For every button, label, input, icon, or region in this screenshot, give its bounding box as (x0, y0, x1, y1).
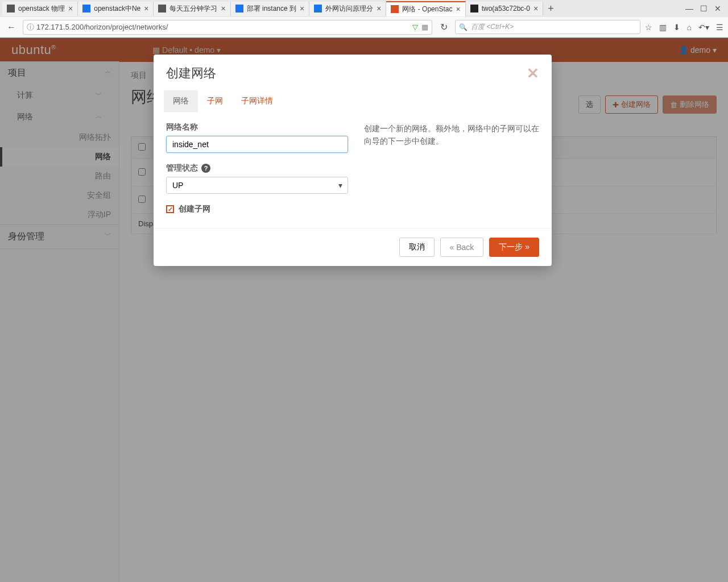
maximize-icon[interactable]: ☐ (700, 4, 708, 13)
address-bar[interactable]: ⓘ 172.171.5.200/horizon/project/networks… (23, 20, 432, 35)
admin-state-select[interactable]: UP (166, 177, 348, 194)
tab-title: two(a53c72bc-0 (482, 5, 530, 13)
addr-right-icons: ▽ ▦ (412, 23, 428, 31)
window-controls: — ☐ ✕ (681, 4, 726, 13)
close-icon[interactable]: × (68, 4, 73, 13)
tab-subnet-detail[interactable]: 子网详情 (232, 90, 282, 112)
library-icon[interactable]: ▥ (659, 23, 667, 32)
new-tab-button[interactable]: + (543, 2, 559, 16)
form-column: 网络名称 管理状态? UP ✓ 创建子网 (166, 122, 348, 225)
modal-header: 创建网络 ✕ (154, 55, 552, 90)
checkbox-checked-icon[interactable]: ✓ (166, 205, 174, 213)
qr-icon[interactable]: ▦ (421, 23, 428, 31)
label-network-name: 网络名称 (166, 122, 348, 132)
url-text: 172.171.5.200/horizon/project/networks/ (36, 23, 412, 31)
address-row: ← ⓘ 172.171.5.200/horizon/project/networ… (0, 17, 728, 38)
reload-icon[interactable]: ↻ (437, 20, 450, 34)
close-window-icon[interactable]: ✕ (714, 4, 721, 13)
search-icon: 🔍 (459, 23, 468, 31)
close-icon[interactable]: × (144, 4, 148, 13)
favicon-icon (470, 5, 478, 13)
browser-chrome: openstack 物理× openstack中Ne× 每天五分钟学习× 部署 … (0, 0, 728, 38)
history-icon[interactable]: ↶▾ (698, 23, 709, 32)
tab-network[interactable]: 网络 (164, 90, 198, 112)
create-subnet-checkbox-row[interactable]: ✓ 创建子网 (166, 204, 348, 214)
download-icon[interactable]: ⬇ (673, 23, 680, 32)
search-placeholder: 百度 <Ctrl+K> (471, 22, 514, 32)
close-icon[interactable]: × (533, 4, 538, 13)
tab-title: openstack中Ne (94, 4, 140, 14)
help-text: 创建一个新的网络。额外地，网络中的子网可以在向导的下一步中创建。 (364, 122, 539, 225)
close-icon[interactable]: × (377, 4, 381, 13)
favicon-icon (7, 5, 15, 13)
modal-close-icon[interactable]: ✕ (527, 65, 539, 82)
favicon-icon (314, 5, 322, 13)
close-icon[interactable]: × (456, 5, 460, 14)
label-admin-state: 管理状态? (166, 163, 348, 173)
tab-title: 每天五分钟学习 (169, 4, 217, 14)
tab-subnet[interactable]: 子网 (198, 90, 232, 112)
star-icon[interactable]: ☆ (645, 23, 652, 32)
modal-tabs: 网络 子网 子网详情 (154, 90, 552, 112)
browser-tab[interactable]: 外网访问原理分× (309, 2, 386, 16)
menu-icon[interactable]: ☰ (716, 23, 723, 32)
tab-title: 网络 - OpenStac (402, 5, 452, 14)
favicon-icon (235, 5, 243, 13)
close-icon[interactable]: × (221, 4, 225, 13)
browser-tab[interactable]: openstack中Ne× (78, 2, 154, 16)
info-icon[interactable]: ⓘ (27, 22, 34, 32)
browser-tab[interactable]: openstack 物理× (2, 2, 78, 16)
back-button[interactable]: « Back (440, 238, 484, 257)
help-icon[interactable]: ? (201, 164, 210, 173)
shield-icon[interactable]: ▽ (412, 23, 418, 31)
next-button[interactable]: 下一步 » (489, 238, 539, 257)
close-icon[interactable]: × (300, 4, 304, 13)
network-name-input[interactable] (166, 136, 348, 153)
label-create-subnet: 创建子网 (179, 204, 210, 214)
browser-tab[interactable]: two(a53c72bc-0× (466, 2, 544, 15)
tab-title: openstack 物理 (18, 4, 65, 14)
browser-tab[interactable]: 每天五分钟学习× (154, 2, 230, 16)
modal-body: 网络名称 管理状态? UP ✓ 创建子网 创建一个新的网络。额外地，网络中的子网… (154, 112, 552, 228)
modal-footer: 取消 « Back 下一步 » (154, 228, 552, 266)
tab-title: 外网访问原理分 (325, 4, 373, 14)
favicon-icon (82, 5, 90, 13)
home-icon[interactable]: ⌂ (687, 23, 692, 32)
browser-tab[interactable]: 部署 instance 到× (231, 2, 310, 16)
minimize-icon[interactable]: — (685, 4, 693, 13)
search-bar[interactable]: 🔍 百度 <Ctrl+K> (455, 20, 640, 34)
tab-title: 部署 instance 到 (247, 4, 296, 14)
back-icon[interactable]: ← (5, 20, 18, 34)
favicon-icon (391, 5, 399, 13)
browser-toolbar: ☆ ▥ ⬇ ⌂ ↶▾ ☰ (645, 23, 723, 32)
cancel-button[interactable]: 取消 (399, 238, 435, 257)
browser-tab-active[interactable]: 网络 - OpenStac× (386, 1, 465, 16)
modal-title: 创建网络 (166, 65, 216, 82)
create-network-modal: 创建网络 ✕ 网络 子网 子网详情 网络名称 管理状态? UP ✓ 创建子网 (154, 55, 552, 266)
favicon-icon (158, 5, 166, 13)
browser-tabs: openstack 物理× openstack中Ne× 每天五分钟学习× 部署 … (0, 0, 728, 17)
